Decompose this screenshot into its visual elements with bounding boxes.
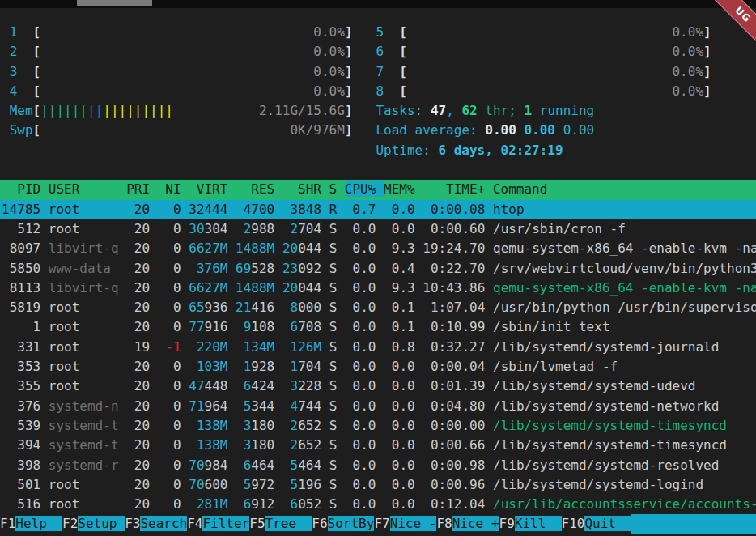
state-cell: S <box>329 240 338 256</box>
cpu-meter-label: 5 <box>376 24 399 40</box>
text-segment <box>227 457 236 473</box>
mem-value: 1488M <box>236 280 274 296</box>
fkey-f8[interactable]: F8Nice + <box>436 514 499 534</box>
mem-value: 108 <box>251 319 274 334</box>
fkey-f3[interactable]: F3Search <box>125 514 187 534</box>
process-row[interactable]: 8097 libvirt-q 20 0 6627M 1488M 20044 S … <box>0 239 756 258</box>
text-segment <box>150 437 158 453</box>
text-segment <box>376 378 384 393</box>
mem-value-prefix: 30 <box>189 221 204 236</box>
column-header-mem[interactable]: MEM% <box>384 181 423 197</box>
mem-pct-cell: 0.0 <box>384 418 415 433</box>
command-cell: /usr/sbin/cron -f <box>493 221 626 236</box>
process-row[interactable]: 14785 root 20 0 32444 4700 3848 R 0.7 0.… <box>0 200 756 219</box>
column-header-s[interactable]: S <box>329 181 345 197</box>
pid-cell: 398 <box>2 457 40 473</box>
meter-bracket: [ <box>399 64 407 79</box>
text-segment <box>119 378 127 393</box>
command-cell: qemu-system-x86_64 -enable-kvm -na <box>493 240 756 256</box>
time-cell: 0:00.66 <box>423 437 485 453</box>
mem-value: 304 <box>205 221 228 236</box>
process-row[interactable]: 5850 www-data 20 0 376M 69528 23092 S 0.… <box>0 259 756 279</box>
meter-bars-cache: ||||||||| <box>103 103 173 118</box>
mem-value: 044 <box>298 240 321 256</box>
process-row[interactable]: 376 systemd-n 20 0 71964 5344 4744 S 0.0… <box>0 397 756 416</box>
fkey-f1[interactable]: F1Help <box>0 514 62 534</box>
text-segment <box>227 477 236 492</box>
mem-pct-cell: 0.0 <box>384 437 415 453</box>
process-row[interactable]: 501 root 20 0 70600 5972 5196 S 0.0 0.0 … <box>0 475 756 495</box>
text-segment <box>485 202 493 217</box>
process-row[interactable]: 394 systemd-t 20 0 138M 3180 2652 S 0.0 … <box>0 436 756 455</box>
text-segment <box>415 496 423 512</box>
cpu-pct-cell: 0.0 <box>345 437 376 453</box>
mem-value: 344 <box>251 398 274 414</box>
text-segment <box>150 261 158 276</box>
text-segment <box>274 457 282 473</box>
mem-value-prefix: 77 <box>189 319 204 334</box>
process-row[interactable]: 516 root 20 0 281M 6912 6052 S 0.0 0.0 0… <box>0 495 756 514</box>
cpu-pct-cell: 0.0 <box>345 496 376 512</box>
threads-label: thr; <box>478 103 525 118</box>
meter-bracket: [ <box>33 44 41 59</box>
mem-value-prefix: 5 <box>236 398 251 414</box>
column-header-ni[interactable]: NI <box>158 181 189 197</box>
mem-value: 6627M <box>189 240 227 256</box>
column-header-cpu[interactable]: CPU% <box>345 181 384 197</box>
text-segment <box>119 398 127 414</box>
fkey-f5[interactable]: F5Tree <box>249 514 312 534</box>
cpu-pct-cell: 0.0 <box>345 300 376 315</box>
fkey-f2[interactable]: F2Setup <box>62 514 125 534</box>
mem-value: 448 <box>205 378 228 393</box>
process-row[interactable]: 398 systemd-r 20 0 70984 6464 5464 S 0.0… <box>0 456 756 475</box>
fkey-f6[interactable]: F6SortBy <box>312 514 374 534</box>
text-segment <box>40 280 49 296</box>
process-row[interactable]: 1 root 20 0 77916 9108 6708 S 0.0 0.1 0:… <box>0 317 756 337</box>
fkey-f10[interactable]: F10Quit <box>562 514 632 534</box>
text-segment <box>181 319 189 334</box>
ni-cell: 0 <box>158 300 181 315</box>
mem-value-prefix: 20 <box>282 240 298 256</box>
meter-label: Mem <box>10 103 33 118</box>
text-segment <box>119 240 127 256</box>
column-header-command[interactable]: Command <box>493 181 547 197</box>
mem-value: 704 <box>298 359 321 374</box>
column-header-time[interactable]: TIME+ <box>423 181 493 197</box>
uptime-row: Uptime: 6 days, 02:27:19 <box>0 141 756 160</box>
process-row[interactable]: 355 root 20 0 47448 6424 3228 S 0.0 0.0 … <box>0 376 756 396</box>
text-segment <box>415 437 423 453</box>
fkey-f9[interactable]: F9Kill <box>499 514 562 534</box>
column-header-shr[interactable]: SHR <box>282 181 329 197</box>
fkey-f7[interactable]: F7Nice - <box>374 514 436 534</box>
column-header-pri[interactable]: PRI <box>126 181 158 197</box>
state-cell: S <box>329 319 338 334</box>
text-segment <box>376 280 384 296</box>
column-header-pid[interactable]: PID <box>2 181 49 197</box>
mem-value: 6627M <box>189 280 227 296</box>
text-segment <box>376 221 384 236</box>
text-segment <box>150 221 158 236</box>
process-row[interactable]: 353 root 20 0 103M 1928 1704 S 0.0 0.0 0… <box>0 357 756 376</box>
mem-pct-cell: 0.1 <box>384 319 415 334</box>
text-segment <box>181 378 189 393</box>
state-cell: S <box>329 280 338 296</box>
process-row[interactable]: 5819 root 20 0 65936 21416 8000 S 0.0 0.… <box>0 298 756 317</box>
column-header-user[interactable]: USER <box>49 181 126 197</box>
text-segment <box>150 457 158 473</box>
command-cell: htop <box>493 202 525 217</box>
cpu-pct-cell: 0.0 <box>345 359 376 374</box>
process-row[interactable]: 8113 libvirt-q 20 0 6627M 1488M 20044 S … <box>0 279 756 298</box>
process-row[interactable]: 539 systemd-t 20 0 138M 3180 2652 S 0.0 … <box>0 416 756 436</box>
process-row[interactable]: 331 root 19 -1 220M 134M 126M S 0.0 0.8 … <box>0 338 756 357</box>
fkey-f4[interactable]: F4Filter <box>187 514 249 534</box>
ni-cell: 0 <box>158 240 181 256</box>
column-header-res[interactable]: RES <box>236 181 282 197</box>
fkey-number: F1 <box>0 516 15 531</box>
mem-value-prefix: 2 <box>282 437 298 453</box>
time-cell: 0:00.96 <box>423 477 485 492</box>
column-header-virt[interactable]: VIRT <box>189 181 236 197</box>
text-segment <box>485 398 493 414</box>
process-row[interactable]: 512 root 20 0 30304 2988 2704 S 0.0 0.0 … <box>0 219 756 239</box>
state-cell: R <box>329 202 338 217</box>
state-cell: S <box>329 378 338 393</box>
